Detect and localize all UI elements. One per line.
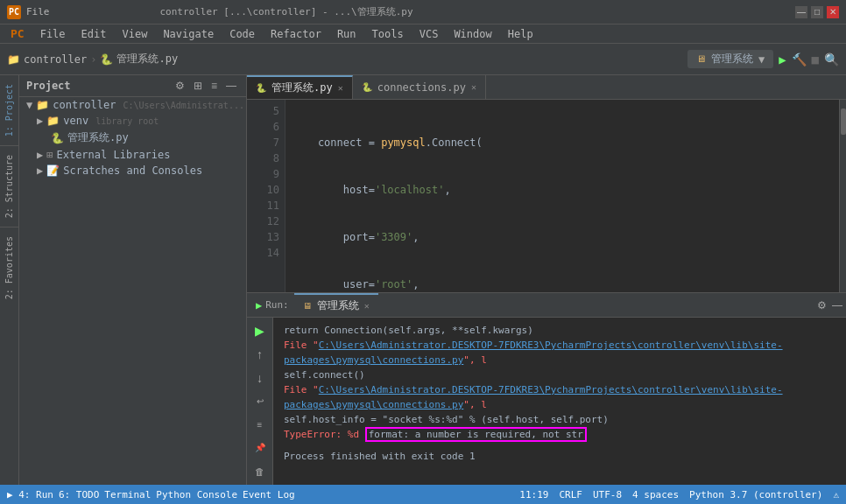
run-config-label: 管理系统 — [711, 52, 753, 66]
run-config-selector[interactable]: 🖥 管理系统 ▼ — [687, 50, 773, 68]
run-config-dropdown-icon: ▼ — [758, 53, 765, 66]
tree-label-controller: controller — [53, 99, 116, 111]
tree-label-venv: venv — [63, 115, 88, 127]
code-line-6: host='localhost', — [293, 182, 832, 198]
output-line-3: self.connect() — [284, 368, 835, 382]
todo-status-label[interactable]: 6: TODO — [59, 489, 99, 500]
menu-bar: PC File Edit View Navigate Code Refactor… — [0, 24, 846, 44]
title-bar: PC File controller [...\controller] - ..… — [0, 0, 846, 24]
terminal-status-label[interactable]: Terminal — [104, 489, 151, 500]
run-button[interactable]: ▶ — [779, 52, 786, 66]
close-button[interactable]: ✕ — [827, 6, 839, 18]
menu-navigate[interactable]: Navigate — [156, 26, 221, 42]
tree-label-scratches: Scratches and Consoles — [63, 164, 202, 177]
minimize-button[interactable]: — — [795, 6, 807, 18]
output-path-link-1[interactable]: C:\Users\Administrator.DESKTOP-7FDKRE3\P… — [284, 340, 783, 366]
line-ending[interactable]: CRLF — [559, 489, 582, 500]
sidebar-settings-icon[interactable]: ⚙ — [173, 79, 187, 93]
code-editor[interactable]: connect = pymysql.Connect( host='localho… — [286, 100, 839, 292]
breadcrumb: 📁 controller › 🐍 管理系统.py — [7, 52, 178, 66]
bottom-panel-actions: ⚙ — — [817, 299, 842, 312]
menu-item-pc-icon: PC — [4, 25, 32, 42]
menu-refactor[interactable]: Refactor — [264, 26, 328, 42]
project-tab-vertical[interactable]: 1: Project — [3, 79, 16, 142]
indent[interactable]: 4 spaces — [632, 489, 679, 500]
tab-bar: 🐍 管理系统.py ✕ 🐍 connections.py ✕ — [247, 75, 846, 100]
bottom-tab-close[interactable]: ✕ — [364, 301, 370, 311]
rerun-button[interactable]: ▶ — [250, 323, 270, 340]
warnings-icon: ⚠ — [833, 489, 839, 500]
output-line-5: self.host_info = "socket %s:%d" % (self.… — [284, 412, 835, 427]
sidebar-layout-icon[interactable]: ⊞ — [191, 79, 205, 93]
breadcrumb-project[interactable]: controller — [24, 53, 87, 66]
wrap-lines-button[interactable]: ↩ — [250, 393, 270, 410]
code-line-5: connect = pymysql.Connect( — [293, 135, 832, 150]
panel-minimize-icon[interactable]: — — [832, 299, 842, 312]
tab-connections[interactable]: 🐍 connections.py ✕ — [353, 75, 486, 99]
bottom-tab-icon: 🖥 — [303, 301, 312, 311]
app-icon: PC — [7, 5, 21, 19]
maximize-button[interactable]: □ — [811, 6, 823, 18]
build-button[interactable]: 🔨 — [792, 52, 807, 66]
folder-icon: 📁 — [36, 99, 49, 111]
output-line-2: File "C:\Users\Administrator.DESKTOP-7FD… — [284, 338, 835, 368]
structure-tab-vertical[interactable]: 2: Structure — [3, 150, 16, 223]
tree-item-external-libs[interactable]: ▶ ⊞ External Libraries — [19, 147, 246, 163]
left-strip: 1: Project 2: Structure 2: Favorites — [0, 75, 19, 485]
bottom-tab-bar: ▶ Run: 🖥 管理系统 ✕ ⚙ — — [247, 293, 846, 318]
tab-label-guanli: 管理系统.py — [271, 80, 333, 95]
menu-view[interactable]: View — [115, 26, 154, 42]
run-output: return Connection(self.args, **self.kwar… — [273, 318, 846, 485]
tree-item-scratches[interactable]: ▶ 📝 Scratches and Consoles — [19, 163, 246, 178]
python-console-label[interactable]: Python Console — [156, 489, 237, 500]
status-bar: ▶ 4: Run 6: TODO Terminal Python Console… — [0, 485, 846, 504]
sidebar-hide-icon[interactable]: — — [223, 79, 239, 93]
breadcrumb-file[interactable]: 管理系统.py — [116, 52, 178, 66]
sidebar-options-icon[interactable]: ≡ — [208, 79, 220, 93]
bottom-tab-run[interactable]: 🖥 管理系统 ✕ — [294, 293, 378, 317]
scroll-up-button[interactable]: ↑ — [250, 346, 270, 363]
interpreter[interactable]: Python 3.7 (controller) — [689, 489, 822, 500]
menu-help[interactable]: Help — [501, 26, 540, 42]
title-bar-menu-file[interactable]: File — [26, 6, 50, 18]
menu-code[interactable]: Code — [222, 26, 262, 42]
run-status-label[interactable]: ▶ 4: Run — [7, 489, 53, 500]
window-controls: — □ ✕ — [795, 6, 839, 18]
menu-file[interactable]: File — [33, 26, 73, 42]
favorites-tab-vertical[interactable]: 2: Favorites — [3, 231, 16, 304]
tree-item-venv[interactable]: ▶ 📁 venv library root — [19, 113, 246, 129]
toolbar: 📁 controller › 🐍 管理系统.py 🖥 管理系统 ▼ ▶ 🔨 ■ … — [0, 44, 846, 75]
fold-button[interactable]: ≡ — [250, 416, 270, 433]
run-icon-left: ▶ — [256, 299, 262, 312]
clear-button[interactable]: 🗑 — [250, 463, 270, 480]
scroll-down-button[interactable]: ↓ — [250, 369, 270, 386]
tree-item-controller[interactable]: ▼ 📁 controller C:\Users\Administrat... — [19, 97, 246, 113]
code-line-8: user='root', — [293, 276, 832, 292]
stop-button[interactable]: ■ — [812, 52, 819, 66]
tree-venv-suffix: library root — [95, 116, 159, 126]
breadcrumb-folder-icon: 📁 — [7, 53, 20, 66]
output-line-6: TypeError: %d format: a number is requir… — [284, 427, 835, 442]
scroll-indicator[interactable] — [839, 100, 846, 292]
menu-tools[interactable]: Tools — [365, 26, 411, 42]
tab-close-connections[interactable]: ✕ — [471, 82, 476, 92]
search-button[interactable]: 🔍 — [824, 52, 839, 66]
menu-run[interactable]: Run — [330, 26, 363, 42]
output-path-link-2[interactable]: C:\Users\Administrator.DESKTOP-7FDKRE3\P… — [284, 384, 783, 410]
menu-window[interactable]: Window — [447, 26, 498, 42]
panel-settings-icon[interactable]: ⚙ — [817, 299, 827, 312]
run-panel-sidebar: ▶ ↑ ↓ ↩ ≡ 📌 🗑 — [247, 318, 273, 485]
tab-close-guanli[interactable]: ✕ — [338, 83, 343, 93]
toolbar-left: 📁 controller › 🐍 管理系统.py — [7, 52, 178, 66]
tree-item-guanli[interactable]: 🐍 管理系统.py — [19, 129, 246, 147]
menu-vcs[interactable]: VCS — [412, 26, 446, 42]
event-log-label[interactable]: Event Log — [243, 489, 295, 500]
tab-icon-guanli: 🐍 — [256, 83, 266, 93]
code-line-7: port='3309', — [293, 229, 832, 245]
encoding[interactable]: UTF-8 — [593, 489, 622, 500]
tab-guanli[interactable]: 🐍 管理系统.py ✕ — [247, 75, 353, 99]
menu-edit[interactable]: Edit — [74, 26, 114, 42]
scratches-icon: 📝 — [46, 164, 60, 177]
sidebar-header: Project ⚙ ⊞ ≡ — — [19, 75, 246, 97]
pin-button[interactable]: 📌 — [250, 440, 270, 457]
